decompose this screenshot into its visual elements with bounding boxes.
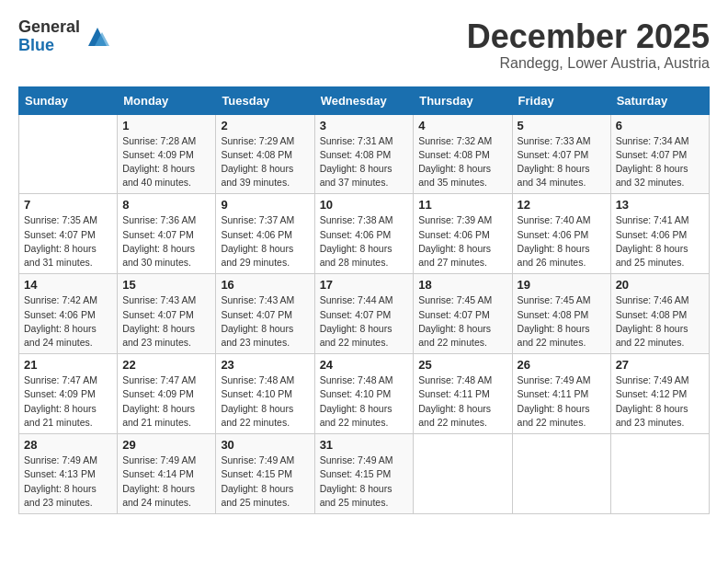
calendar-cell: 20Sunrise: 7:46 AM Sunset: 4:08 PM Dayli…: [610, 274, 709, 354]
day-info: Sunrise: 7:42 AM Sunset: 4:06 PM Dayligh…: [24, 293, 112, 350]
day-number: 2: [221, 119, 309, 132]
month-title: December 2025: [467, 18, 710, 55]
calendar-cell: 27Sunrise: 7:49 AM Sunset: 4:12 PM Dayli…: [610, 354, 709, 434]
calendar-cell: 24Sunrise: 7:48 AM Sunset: 4:10 PM Dayli…: [314, 354, 414, 434]
day-header-saturday: Saturday: [610, 86, 709, 114]
day-number: 18: [418, 278, 506, 292]
day-number: 13: [616, 198, 704, 212]
day-header-friday: Friday: [512, 86, 610, 114]
day-number: 20: [616, 278, 704, 292]
day-number: 19: [518, 278, 606, 292]
location: Randegg, Lower Austria, Austria: [467, 55, 710, 72]
day-info: Sunrise: 7:37 AM Sunset: 4:06 PM Dayligh…: [221, 213, 309, 270]
day-info: Sunrise: 7:49 AM Sunset: 4:14 PM Dayligh…: [122, 454, 210, 510]
day-info: Sunrise: 7:34 AM Sunset: 4:07 PM Dayligh…: [616, 134, 704, 190]
day-number: 5: [518, 119, 606, 132]
day-header-tuesday: Tuesday: [216, 86, 314, 114]
day-header-sunday: Sunday: [19, 86, 118, 114]
calendar-cell: 30Sunrise: 7:49 AM Sunset: 4:15 PM Dayli…: [216, 434, 314, 514]
calendar-cell: 22Sunrise: 7:47 AM Sunset: 4:09 PM Dayli…: [118, 354, 216, 434]
day-info: Sunrise: 7:32 AM Sunset: 4:08 PM Dayligh…: [418, 134, 506, 190]
calendar-cell: 21Sunrise: 7:47 AM Sunset: 4:09 PM Dayli…: [19, 354, 118, 434]
day-info: Sunrise: 7:45 AM Sunset: 4:08 PM Dayligh…: [518, 293, 606, 350]
day-info: Sunrise: 7:45 AM Sunset: 4:07 PM Dayligh…: [418, 293, 506, 350]
day-info: Sunrise: 7:28 AM Sunset: 4:09 PM Dayligh…: [122, 134, 210, 190]
calendar-cell: 25Sunrise: 7:48 AM Sunset: 4:11 PM Dayli…: [414, 354, 512, 434]
day-info: Sunrise: 7:48 AM Sunset: 4:11 PM Dayligh…: [418, 373, 506, 430]
day-number: 31: [320, 438, 409, 452]
day-info: Sunrise: 7:29 AM Sunset: 4:08 PM Dayligh…: [221, 134, 309, 190]
day-number: 21: [24, 358, 112, 372]
calendar-cell: 16Sunrise: 7:43 AM Sunset: 4:07 PM Dayli…: [216, 274, 314, 354]
calendar-table: SundayMondayTuesdayWednesdayThursdayFrid…: [18, 86, 710, 514]
calendar-cell: [414, 434, 512, 514]
day-info: Sunrise: 7:47 AM Sunset: 4:09 PM Dayligh…: [24, 373, 112, 430]
day-info: Sunrise: 7:41 AM Sunset: 4:06 PM Dayligh…: [616, 213, 704, 270]
calendar-cell: 7Sunrise: 7:35 AM Sunset: 4:07 PM Daylig…: [19, 194, 118, 274]
day-info: Sunrise: 7:49 AM Sunset: 4:15 PM Dayligh…: [320, 454, 409, 510]
logo-blue: Blue: [18, 37, 80, 55]
day-info: Sunrise: 7:35 AM Sunset: 4:07 PM Dayligh…: [24, 213, 112, 270]
calendar-cell: 12Sunrise: 7:40 AM Sunset: 4:06 PM Dayli…: [512, 194, 610, 274]
day-info: Sunrise: 7:36 AM Sunset: 4:07 PM Dayligh…: [122, 213, 210, 270]
day-number: 7: [24, 198, 112, 212]
calendar-cell: 10Sunrise: 7:38 AM Sunset: 4:06 PM Dayli…: [314, 194, 414, 274]
logo-general: General: [18, 18, 80, 37]
day-info: Sunrise: 7:49 AM Sunset: 4:13 PM Dayligh…: [24, 454, 112, 510]
calendar-cell: 23Sunrise: 7:48 AM Sunset: 4:10 PM Dayli…: [216, 354, 314, 434]
calendar-cell: 3Sunrise: 7:31 AM Sunset: 4:08 PM Daylig…: [314, 114, 414, 194]
calendar-cell: 1Sunrise: 7:28 AM Sunset: 4:09 PM Daylig…: [118, 114, 216, 194]
day-number: 16: [221, 278, 309, 292]
day-info: Sunrise: 7:43 AM Sunset: 4:07 PM Dayligh…: [122, 293, 210, 350]
day-number: 23: [221, 358, 309, 372]
calendar-cell: 14Sunrise: 7:42 AM Sunset: 4:06 PM Dayli…: [19, 274, 118, 354]
day-number: 9: [221, 198, 309, 212]
calendar-cell: 8Sunrise: 7:36 AM Sunset: 4:07 PM Daylig…: [118, 194, 216, 274]
calendar-cell: [19, 114, 118, 194]
day-info: Sunrise: 7:40 AM Sunset: 4:06 PM Dayligh…: [518, 213, 606, 270]
day-info: Sunrise: 7:38 AM Sunset: 4:06 PM Dayligh…: [320, 213, 409, 270]
day-header-monday: Monday: [118, 86, 216, 114]
day-number: 10: [320, 198, 409, 212]
day-info: Sunrise: 7:48 AM Sunset: 4:10 PM Dayligh…: [320, 373, 409, 430]
day-number: 17: [320, 278, 409, 292]
day-info: Sunrise: 7:48 AM Sunset: 4:10 PM Dayligh…: [221, 373, 309, 430]
calendar-cell: 6Sunrise: 7:34 AM Sunset: 4:07 PM Daylig…: [610, 114, 709, 194]
day-number: 26: [518, 358, 606, 372]
calendar-cell: [610, 434, 709, 514]
day-info: Sunrise: 7:49 AM Sunset: 4:15 PM Dayligh…: [221, 454, 309, 510]
day-number: 28: [24, 438, 112, 452]
day-number: 29: [122, 438, 210, 452]
calendar-cell: 29Sunrise: 7:49 AM Sunset: 4:14 PM Dayli…: [118, 434, 216, 514]
calendar-cell: 9Sunrise: 7:37 AM Sunset: 4:06 PM Daylig…: [216, 194, 314, 274]
calendar-cell: 26Sunrise: 7:49 AM Sunset: 4:11 PM Dayli…: [512, 354, 610, 434]
day-header-wednesday: Wednesday: [314, 86, 414, 114]
day-number: 27: [616, 358, 704, 372]
logo: General Blue: [18, 18, 111, 55]
calendar-cell: 15Sunrise: 7:43 AM Sunset: 4:07 PM Dayli…: [118, 274, 216, 354]
day-info: Sunrise: 7:43 AM Sunset: 4:07 PM Dayligh…: [221, 293, 309, 350]
title-block: December 2025 Randegg, Lower Austria, Au…: [467, 18, 710, 72]
calendar-cell: 11Sunrise: 7:39 AM Sunset: 4:06 PM Dayli…: [414, 194, 512, 274]
day-number: 4: [418, 119, 506, 132]
calendar-cell: 2Sunrise: 7:29 AM Sunset: 4:08 PM Daylig…: [216, 114, 314, 194]
day-number: 12: [518, 198, 606, 212]
day-info: Sunrise: 7:47 AM Sunset: 4:09 PM Dayligh…: [122, 373, 210, 430]
day-info: Sunrise: 7:33 AM Sunset: 4:07 PM Dayligh…: [518, 134, 606, 190]
day-info: Sunrise: 7:44 AM Sunset: 4:07 PM Dayligh…: [320, 293, 409, 350]
day-number: 8: [122, 198, 210, 212]
day-info: Sunrise: 7:49 AM Sunset: 4:12 PM Dayligh…: [616, 373, 704, 430]
calendar-cell: 17Sunrise: 7:44 AM Sunset: 4:07 PM Dayli…: [314, 274, 414, 354]
day-number: 30: [221, 438, 309, 452]
calendar-cell: [512, 434, 610, 514]
day-number: 25: [418, 358, 506, 372]
day-info: Sunrise: 7:49 AM Sunset: 4:11 PM Dayligh…: [518, 373, 606, 430]
calendar-cell: 19Sunrise: 7:45 AM Sunset: 4:08 PM Dayli…: [512, 274, 610, 354]
day-number: 15: [122, 278, 210, 292]
calendar-cell: 31Sunrise: 7:49 AM Sunset: 4:15 PM Dayli…: [314, 434, 414, 514]
calendar-cell: 4Sunrise: 7:32 AM Sunset: 4:08 PM Daylig…: [414, 114, 512, 194]
calendar-cell: 28Sunrise: 7:49 AM Sunset: 4:13 PM Dayli…: [19, 434, 118, 514]
page-header: General Blue December 2025 Randegg, Lowe…: [18, 18, 710, 72]
day-info: Sunrise: 7:31 AM Sunset: 4:08 PM Dayligh…: [320, 134, 409, 190]
day-number: 14: [24, 278, 112, 292]
